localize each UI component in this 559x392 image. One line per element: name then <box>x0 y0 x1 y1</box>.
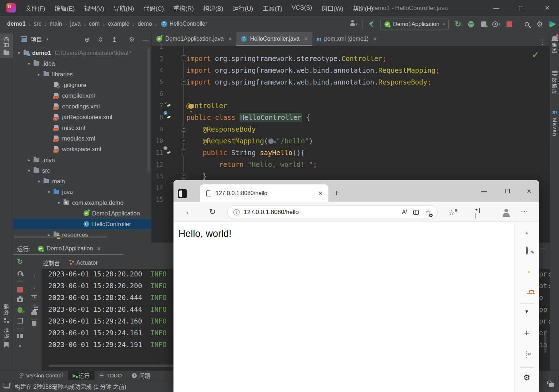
tree-chevron-icon[interactable]: ▾ <box>26 168 32 173</box>
toolwindow-todo[interactable]: ☰ TODO <box>95 371 127 380</box>
split-screen-icon[interactable] <box>413 210 419 215</box>
read-aloud-icon[interactable]: A) <box>402 209 407 215</box>
search-everywhere-icon[interactable] <box>522 19 532 30</box>
run-config-selector[interactable]: Demo1Application ▾ <box>381 19 449 30</box>
exit-icon[interactable] <box>17 318 23 324</box>
toolwindow-version-control[interactable]: Version Control <box>14 371 68 380</box>
tab-actuator[interactable]: Actuator <box>69 260 98 266</box>
menu-item[interactable]: 文件(F) <box>21 0 50 16</box>
user-icon[interactable]: ▾ <box>348 19 359 30</box>
sidebar-collapse-icon[interactable]: ▲ <box>524 230 529 235</box>
breadcrumb-item[interactable]: HelloController <box>170 21 207 27</box>
intention-bulb-icon[interactable] <box>188 104 193 109</box>
tree-chevron-icon[interactable]: ▾ <box>36 179 42 184</box>
tree-item-demo1[interactable]: ▾demo1C:\Users\Administrator\IdeaP <box>13 47 151 58</box>
hide-run-panel-icon[interactable]: — <box>540 245 545 251</box>
url-globe-icon[interactable] <box>268 138 274 144</box>
favorites-icon[interactable]: ☆ <box>448 209 455 217</box>
tree-item-Demo1Application[interactable]: Demo1Application <box>13 208 151 219</box>
breadcrumb-item[interactable]: demo1 <box>7 21 26 27</box>
tree-item-libraries[interactable]: ▸libraries <box>13 69 151 80</box>
clear-console-icon[interactable] <box>32 321 36 326</box>
tree-chevron-icon[interactable]: ▸ <box>36 72 42 77</box>
settings-gear-icon[interactable]: ⚙ <box>534 19 545 30</box>
collections-icon[interactable] <box>475 209 475 219</box>
fold-marker-icon[interactable]: − <box>181 149 186 155</box>
tree-item-main[interactable]: ▾main <box>13 176 151 187</box>
rerun-icon[interactable]: ↻ <box>17 258 23 266</box>
sidebar-settings-gear-icon[interactable]: ⚙ <box>523 373 530 382</box>
fold-marker-icon[interactable]: − <box>181 55 186 61</box>
close-button[interactable]: ✕ <box>539 0 555 16</box>
tree-item-workspace-xml[interactable]: <>workspace.xml <box>13 144 151 154</box>
gutter-spring-check-icon[interactable] <box>166 102 173 109</box>
tree-item-jarRepositories-xml[interactable]: <>jarRepositories.xml <box>13 112 151 122</box>
attach-profiler-button[interactable] <box>478 19 489 30</box>
tool-tab-bookmarks[interactable]: 书签 <box>0 327 13 347</box>
soft-wrap-icon[interactable] <box>31 295 37 300</box>
up-stack-trace-icon[interactable]: ↑ <box>32 273 36 280</box>
tab-actions-menu-icon[interactable] <box>178 189 187 198</box>
gutter-spring-map-icon[interactable] <box>166 149 173 156</box>
tree-item-src[interactable]: ▾src <box>13 165 151 176</box>
breadcrumb-item[interactable]: com <box>89 21 100 27</box>
tree-chevron-icon[interactable]: ▾ <box>16 50 22 56</box>
menu-item[interactable]: 窗口(W) <box>317 0 348 16</box>
refresh-icon[interactable]: ↻ <box>209 207 216 217</box>
panel-settings-gear-icon[interactable]: ⚙ <box>127 35 136 44</box>
tree-chevron-icon[interactable]: ▾ <box>46 189 52 195</box>
menu-item[interactable]: 代码(C) <box>139 0 169 16</box>
hide-panel-icon[interactable]: — <box>141 35 150 44</box>
menu-item[interactable]: 运行(U) <box>228 0 258 16</box>
run-tab-label[interactable]: Demo1Application <box>46 245 93 252</box>
down-stack-trace-icon[interactable]: ↓ <box>32 284 36 291</box>
site-info-icon[interactable]: i <box>233 209 240 215</box>
tree-item-resources[interactable]: ▸resources <box>13 229 151 240</box>
locate-file-icon[interactable]: ⊕ <box>82 35 92 44</box>
breadcrumb-item[interactable]: demo <box>138 21 152 27</box>
fold-marker-icon[interactable]: − <box>181 173 186 179</box>
more-chevron-icon[interactable]: » <box>19 343 21 348</box>
tree-item-com-example-demo[interactable]: ▾com.example.demo <box>13 197 151 208</box>
back-icon[interactable]: ← <box>185 207 193 217</box>
sidebar-search-icon[interactable] <box>526 248 528 254</box>
scroll-to-end-icon[interactable] <box>32 305 36 306</box>
tree-chevron-icon[interactable]: ▾ <box>26 61 32 66</box>
tree-chevron-icon[interactable]: ▾ <box>56 200 62 205</box>
sidebar-add-icon[interactable]: + <box>524 327 529 338</box>
breadcrumb-item[interactable]: java <box>70 21 81 27</box>
layout-icon[interactable] <box>17 334 23 338</box>
menu-item[interactable]: 导航(N) <box>109 0 139 16</box>
toolwindow-problems[interactable]: ! 问题 <box>127 371 155 380</box>
collapse-all-icon[interactable]: ↥ <box>110 35 119 44</box>
tool-tab-structure[interactable]: 结构 <box>0 304 13 323</box>
add-favorite-icon[interactable]: ☆ <box>425 208 431 217</box>
tree-item-HelloController[interactable]: CHelloController <box>13 219 151 229</box>
menu-item[interactable]: 工具(T) <box>258 0 287 16</box>
close-tab-icon[interactable]: ✕ <box>318 190 323 197</box>
new-tab-button[interactable]: + <box>334 188 339 198</box>
tree-item-modules-xml[interactable]: <>modules.xml <box>13 133 151 144</box>
tree-item--idea[interactable]: ▾.idea <box>13 58 151 69</box>
fold-marker-icon[interactable]: − <box>181 79 186 85</box>
menu-item[interactable]: 视图(V) <box>79 0 109 16</box>
tree-horizontal-scrollbar[interactable] <box>14 236 107 238</box>
menu-item[interactable]: 构建(B) <box>198 0 228 16</box>
thread-dump-camera-icon[interactable] <box>17 297 23 302</box>
stop-button[interactable] <box>504 19 515 30</box>
toolwindow-run[interactable]: ▶ 运行 <box>68 371 95 380</box>
restart-debug-icon[interactable] <box>17 307 22 313</box>
menu-item[interactable]: VCS(S) <box>287 0 317 16</box>
breadcrumb-item[interactable]: example <box>108 21 129 27</box>
stop-icon[interactable] <box>17 287 23 292</box>
rerun-button[interactable]: ↻ <box>453 19 463 30</box>
profiler-button[interactable]: ▾ <box>491 19 502 30</box>
console-horizontal-scrollbar[interactable] <box>49 365 184 367</box>
debug-button[interactable] <box>465 19 476 30</box>
browser-close-button[interactable]: ✕ <box>521 185 537 197</box>
browser-maximize-button[interactable] <box>500 185 515 197</box>
close-run-tab-icon[interactable]: ✕ <box>96 245 101 252</box>
tree-item-misc-xml[interactable]: <>misc.xml <box>13 122 151 133</box>
tool-tab-maven[interactable]: m Maven <box>550 109 559 137</box>
browser-tab[interactable]: 127.0.0.1:8080/hello ✕ <box>200 184 328 202</box>
